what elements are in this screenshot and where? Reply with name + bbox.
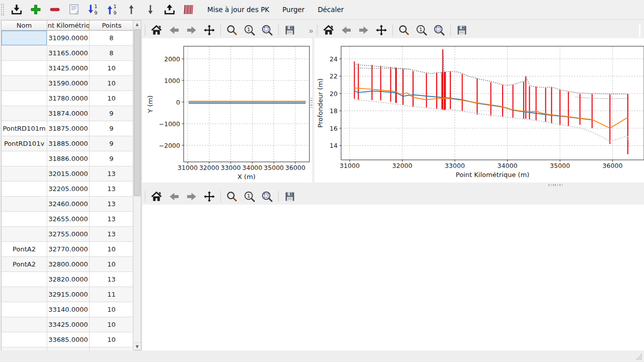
back-button[interactable] [340,24,353,37]
back-button[interactable] [168,190,181,203]
column-header-point-kilometrique[interactable]: Point Kilométrique [47,21,90,30]
table-cell[interactable] [2,212,47,227]
table-cell[interactable]: 32915.0000 [47,287,90,302]
table-cell[interactable] [2,227,47,242]
table-cell[interactable]: 31886.0000 [47,151,90,166]
pan-button[interactable] [203,190,216,203]
zoom-original-button[interactable]: 1 [243,190,256,203]
home-button[interactable] [150,190,163,203]
table-cell[interactable]: 31875.0000 [47,121,90,136]
table-cell[interactable]: 31090.0000 [47,31,90,46]
vertical-splitter-handle[interactable] [310,98,312,109]
table-cell[interactable]: 32015.0000 [47,166,90,182]
pan-button[interactable] [203,24,216,37]
table-cell[interactable] [2,332,47,347]
save-button[interactable] [455,24,468,37]
document-button[interactable] [65,2,83,18]
sort-numeric-ascending-button[interactable]: 1:9 [104,2,121,18]
table-cell[interactable]: 32820.0000 [47,272,90,287]
scroll-down-button[interactable]: ▼ [133,342,141,350]
home-button[interactable] [150,24,163,37]
update-pk-button[interactable]: Mise à jour des PK [202,3,274,17]
table-cell[interactable]: PontA2 [2,257,47,272]
table-cell[interactable] [2,91,47,106]
zoom-selection-button[interactable] [261,190,274,203]
profile-plot[interactable]: 3100032000330003400035000360001416182022… [314,38,644,183]
zoom-original-button[interactable]: 1 [415,24,428,37]
table-cell[interactable]: 31874.0000 [47,106,90,121]
table-cell[interactable] [2,272,47,287]
add-row-button[interactable] [27,2,44,18]
scrollbar-handle[interactable] [134,29,140,196]
table-cell[interactable]: 10 [90,61,134,76]
table-cell[interactable]: 11 [90,287,134,302]
zoom-button[interactable] [397,24,411,37]
delete-row-button[interactable] [46,2,63,18]
table-cell[interactable]: 31590.0000 [47,76,90,91]
table-cell[interactable]: 32770.0000 [47,242,90,257]
forward-button[interactable] [185,24,198,37]
table-cell[interactable] [2,151,47,166]
column-header-points[interactable]: Points [90,21,134,30]
horizontal-splitter-handle[interactable] [548,184,562,186]
column-header-nom[interactable]: Nom [2,21,47,30]
zoom-selection-button[interactable] [261,24,274,37]
table-cell[interactable]: PontA2 [2,242,47,257]
pan-button[interactable] [375,24,388,37]
table-cell[interactable]: 31885.0000 [47,136,90,151]
table-cell[interactable]: 32655.0000 [47,212,90,227]
move-down-button[interactable] [142,2,159,18]
table-cell[interactable]: 10 [90,332,134,347]
table-cell[interactable]: 9 [90,121,134,136]
table-cell[interactable]: 13 [90,182,134,197]
table-cell[interactable]: 32205.0000 [47,182,90,197]
table-cell[interactable] [2,197,47,212]
table-cell[interactable] [2,287,47,302]
purge-button[interactable]: Purger [277,3,309,17]
save-button[interactable] [283,190,296,203]
table-cell[interactable]: 9 [90,106,134,121]
home-button[interactable] [322,24,335,37]
table-scrollbar[interactable]: ▲ ▼ [133,21,141,350]
back-button[interactable] [168,24,181,37]
table-cell[interactable]: 10 [90,242,134,257]
table-cell[interactable] [2,31,47,46]
profiles-button[interactable] [180,2,197,18]
table-cell[interactable]: 10 [90,317,134,332]
toolbar-drag-handle[interactable] [1,4,4,16]
scroll-up-button[interactable]: ▲ [133,21,141,28]
zoom-button[interactable] [225,190,238,203]
forward-button[interactable] [357,24,370,37]
table-cell[interactable] [2,317,47,332]
table-cell[interactable] [2,302,47,317]
table-cell[interactable]: 32460.0000 [47,197,90,212]
table-cell[interactable]: PontRD101m [2,121,47,136]
zoom-original-button[interactable]: 1 [243,24,256,37]
table-cell[interactable]: 8 [90,46,134,61]
move-up-button[interactable] [123,2,140,18]
table-cell[interactable]: 31425.0000 [47,61,90,76]
table-cell[interactable]: 10 [90,76,134,91]
table-cell[interactable]: 33685.0000 [47,332,90,347]
table-cell[interactable]: 10 [90,257,134,272]
table-cell[interactable]: 13 [90,166,134,182]
table-cell[interactable] [2,106,47,121]
table-cell[interactable] [2,46,47,61]
shift-button[interactable]: Décaler [312,3,349,17]
zoom-selection-button[interactable] [433,24,446,37]
sort-numeric-descending-button[interactable]: 1:9 [85,2,102,18]
table-cell[interactable]: 8 [90,31,134,46]
zoom-button[interactable] [225,24,238,37]
table-cell[interactable]: 10 [90,91,134,106]
table-cell[interactable]: 13 [90,212,134,227]
table-cell[interactable]: 32755.0000 [47,227,90,242]
table-cell[interactable]: 9 [90,136,134,151]
resize-grip-icon[interactable] [635,353,642,360]
table-cell[interactable]: 13 [90,227,134,242]
forward-button[interactable] [185,190,198,203]
empty-plot-canvas[interactable] [142,205,644,350]
xy-plot[interactable]: 310003200033000340003500036000−2000−1000… [142,38,312,183]
table-cell[interactable]: 13 [90,272,134,287]
import-button[interactable] [8,2,25,18]
toolbar-overflow-button[interactable]: » [309,26,313,35]
